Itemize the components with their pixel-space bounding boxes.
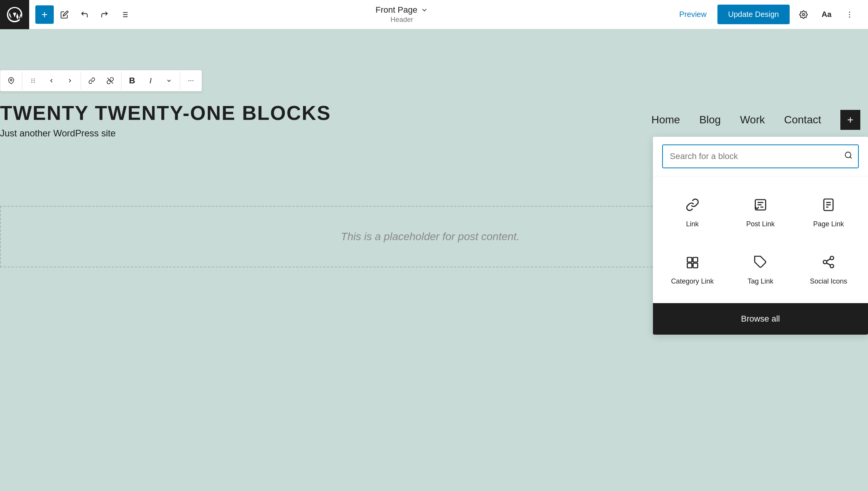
block-type-group bbox=[0, 71, 22, 90]
block-more-options-button[interactable] bbox=[182, 71, 200, 90]
block-item-link[interactable]: Link bbox=[662, 188, 722, 234]
svg-line-23 bbox=[850, 157, 851, 158]
undo-button[interactable] bbox=[75, 5, 94, 24]
settings-button[interactable] bbox=[794, 5, 813, 24]
pencil-icon bbox=[60, 10, 69, 19]
format-group: B I bbox=[121, 71, 180, 90]
redo-icon bbox=[100, 10, 109, 19]
italic-button[interactable]: I bbox=[141, 71, 160, 90]
more-formats-button[interactable] bbox=[160, 71, 178, 90]
search-icon bbox=[844, 151, 853, 162]
edit-button[interactable] bbox=[55, 5, 74, 24]
block-toolbar: B I bbox=[0, 70, 202, 91]
svg-point-10 bbox=[849, 17, 850, 18]
nav-item-blog[interactable]: Blog bbox=[699, 114, 721, 126]
add-nav-item-button[interactable]: + bbox=[840, 110, 860, 130]
undo-icon bbox=[80, 10, 89, 19]
category-link-block-icon bbox=[682, 251, 703, 273]
block-item-tag-link[interactable]: Tag Link bbox=[730, 245, 790, 292]
block-item-post-link[interactable]: Post Link bbox=[730, 188, 790, 234]
move-up-button[interactable] bbox=[42, 71, 61, 90]
svg-point-21 bbox=[192, 80, 193, 81]
unlink-icon bbox=[106, 77, 114, 85]
nav-item-work[interactable]: Work bbox=[740, 114, 765, 126]
navigation-area: Home Blog Work Contact + bbox=[651, 110, 860, 130]
preview-button[interactable]: Preview bbox=[673, 6, 713, 23]
tag-link-block-label: Tag Link bbox=[747, 277, 773, 285]
toolbar-right-actions: Preview Update Design Aa bbox=[664, 5, 868, 24]
list-view-button[interactable] bbox=[115, 5, 134, 24]
add-block-button[interactable]: + bbox=[35, 5, 54, 24]
bold-button[interactable]: B bbox=[123, 71, 141, 90]
social-icons-block-label: Social Icons bbox=[810, 277, 847, 285]
svg-rect-33 bbox=[693, 257, 697, 262]
drag-dots-icon bbox=[30, 77, 36, 84]
block-item-social-icons[interactable]: Social Icons bbox=[798, 245, 859, 292]
link-group bbox=[81, 71, 121, 90]
social-icons-block-icon bbox=[818, 251, 839, 273]
svg-line-40 bbox=[827, 263, 830, 265]
nav-item-contact[interactable]: Contact bbox=[784, 114, 822, 126]
post-placeholder-text: This is a placeholder for post content. bbox=[341, 231, 519, 243]
link-block-icon bbox=[682, 194, 703, 216]
svg-point-19 bbox=[189, 80, 189, 81]
category-link-block-label: Category Link bbox=[671, 277, 714, 285]
toolbar-center[interactable]: Front Page Header bbox=[140, 5, 664, 24]
page-link-block-label: Page Link bbox=[813, 220, 844, 228]
drag-handle-group bbox=[22, 71, 81, 90]
block-search-input[interactable] bbox=[663, 145, 858, 168]
ellipsis-vertical-icon bbox=[845, 10, 854, 19]
block-item-category-link[interactable]: Category Link bbox=[662, 245, 722, 292]
link-icon bbox=[88, 77, 95, 84]
link-button[interactable] bbox=[83, 71, 101, 90]
chevron-left-icon bbox=[48, 78, 55, 84]
svg-point-16 bbox=[31, 82, 32, 83]
template-part-label: Header bbox=[391, 16, 413, 24]
typography-button[interactable]: Aa bbox=[817, 5, 836, 24]
update-design-button[interactable]: Update Design bbox=[717, 5, 790, 24]
svg-point-39 bbox=[830, 264, 834, 268]
svg-point-22 bbox=[845, 152, 851, 158]
redo-button[interactable] bbox=[95, 5, 114, 24]
svg-point-15 bbox=[34, 80, 35, 81]
svg-line-41 bbox=[827, 259, 830, 261]
block-inserter-panel: Link Post Link bbox=[653, 137, 868, 335]
link-block-label: Link bbox=[686, 220, 699, 228]
wordpress-logo-icon bbox=[7, 7, 22, 22]
post-link-block-label: Post Link bbox=[746, 220, 775, 228]
block-item-page-link[interactable]: Page Link bbox=[798, 188, 859, 234]
unlink-button[interactable] bbox=[101, 71, 119, 90]
svg-point-20 bbox=[190, 80, 191, 81]
svg-point-14 bbox=[31, 80, 32, 81]
nav-item-home[interactable]: Home bbox=[651, 114, 680, 126]
svg-point-38 bbox=[823, 260, 827, 264]
svg-rect-35 bbox=[693, 263, 697, 268]
wp-logo[interactable] bbox=[0, 0, 29, 29]
page-link-block-icon bbox=[818, 194, 839, 216]
chevron-down-small-icon bbox=[166, 78, 172, 84]
drag-handle-button[interactable] bbox=[24, 71, 42, 90]
toolbar-left-actions: + bbox=[29, 5, 140, 24]
location-pin-icon bbox=[8, 77, 15, 84]
svg-rect-34 bbox=[687, 263, 692, 268]
browse-all-button[interactable]: Browse all bbox=[653, 303, 868, 335]
svg-point-37 bbox=[830, 256, 834, 260]
svg-point-13 bbox=[34, 78, 35, 79]
editor-canvas: B I TWENTY TWENTY-ONE BLOCKS Just anothe… bbox=[0, 29, 868, 491]
block-type-button[interactable] bbox=[2, 71, 20, 90]
svg-point-17 bbox=[34, 82, 35, 83]
svg-point-9 bbox=[849, 14, 850, 15]
svg-point-8 bbox=[849, 12, 850, 13]
ellipsis-horizontal-icon bbox=[187, 77, 194, 84]
svg-point-7 bbox=[802, 13, 805, 16]
move-down-button[interactable] bbox=[61, 71, 79, 90]
block-search-wrapper bbox=[662, 144, 859, 168]
svg-point-12 bbox=[31, 78, 32, 79]
chevron-down-icon bbox=[421, 6, 428, 14]
tag-link-block-icon bbox=[750, 251, 771, 273]
more-options-button[interactable] bbox=[840, 5, 859, 24]
main-toolbar: + Front Page Header Preview Update Desig… bbox=[0, 0, 868, 29]
page-title-display: Front Page bbox=[376, 5, 428, 15]
block-grid: Link Post Link bbox=[653, 176, 868, 303]
options-group bbox=[180, 71, 202, 90]
